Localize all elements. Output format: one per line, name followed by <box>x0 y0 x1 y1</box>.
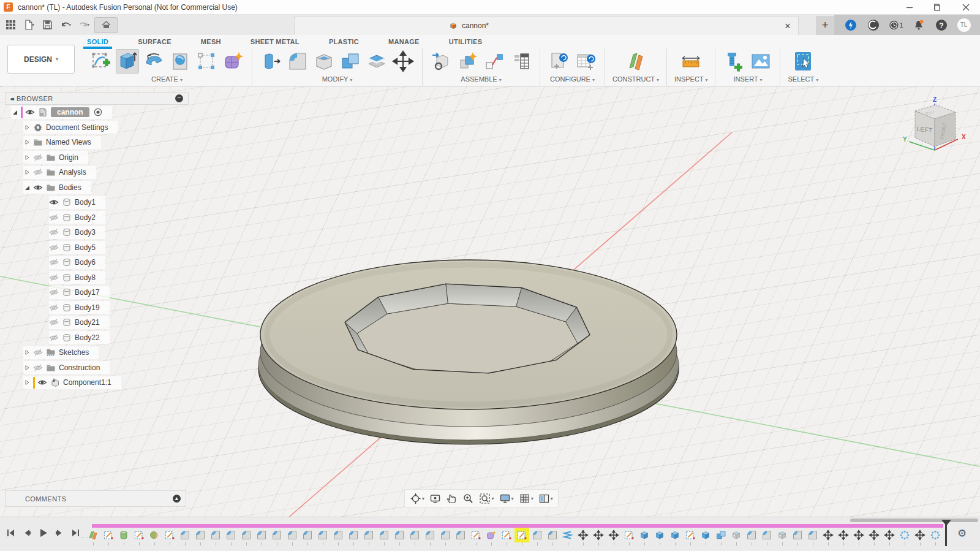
insert-derive-button[interactable] <box>430 49 453 74</box>
tree-row-body22[interactable]: Body22 <box>5 330 189 346</box>
ribbon-tab-mesh[interactable]: MESH <box>200 36 222 47</box>
timeline-feature-fillet-8[interactable] <box>210 530 221 541</box>
tree-row-named-views[interactable]: Named Views <box>5 135 189 150</box>
timeline-feature-fillet-29[interactable] <box>532 530 543 541</box>
timeline-feature-move-50[interactable] <box>853 530 864 541</box>
viewport[interactable]: LEFT FRONT TOP Z X Y ◂◂ BROWSER − cannon… <box>0 86 980 517</box>
tree-row-bodies[interactable]: Bodies <box>5 180 189 196</box>
timeline-feature-extrude-37[interactable] <box>654 530 665 541</box>
ribbon-tab-sheet-metal[interactable]: SHEET METAL <box>249 36 301 47</box>
timeline-feature-move-52[interactable] <box>884 530 895 541</box>
viewports-button[interactable]: ▾ <box>538 493 553 504</box>
timeline-feature-sketch-27[interactable] <box>501 530 512 541</box>
fillet-button[interactable] <box>286 49 309 74</box>
pattern-button[interactable] <box>195 49 218 74</box>
tree-row-cannon[interactable]: cannon <box>5 105 189 120</box>
close-button[interactable] <box>952 0 980 15</box>
timeline-feature-move-48[interactable] <box>823 530 834 541</box>
timeline-feature-fillet-16[interactable] <box>333 530 344 541</box>
create-form-button[interactable] <box>221 49 244 74</box>
ribbon-tab-utilities[interactable]: UTILITIES <box>448 36 484 47</box>
restore-button[interactable] <box>924 0 952 15</box>
timeline-feature-move-33[interactable] <box>593 530 604 541</box>
timeline-feature-form-26[interactable] <box>486 530 497 541</box>
avatar[interactable]: TL <box>957 18 971 32</box>
new-tab-button[interactable]: + <box>816 16 834 35</box>
select-tool-button[interactable] <box>791 49 815 74</box>
tab-close-icon[interactable]: ✕ <box>782 21 793 31</box>
tree-row-origin[interactable]: Origin <box>5 150 189 165</box>
timeline-feature-sketch-5[interactable] <box>164 530 175 541</box>
tree-row-body2[interactable]: Body2 <box>5 210 189 226</box>
timeline-feature-fillet-20[interactable] <box>394 530 405 541</box>
timeline-feature-fillet-46[interactable] <box>792 530 803 541</box>
combine-button[interactable] <box>339 49 362 74</box>
tree-row-body19[interactable]: Body19 <box>5 300 189 316</box>
timeline-feature-cylinder-2[interactable] <box>118 530 129 541</box>
timeline-feature-extrude-38[interactable] <box>669 530 680 541</box>
timeline-feature-fillet-44[interactable] <box>761 530 772 541</box>
disclosure-triangle[interactable] <box>23 379 31 386</box>
timeline-feature-sketch-28[interactable] <box>516 530 527 541</box>
disclosure-triangle[interactable] <box>23 184 31 191</box>
tree-row-body21[interactable]: Body21 <box>5 315 189 330</box>
visibility-toggle-icon[interactable] <box>49 213 59 222</box>
redo-button[interactable]: ▾ <box>76 17 92 33</box>
file-home-button[interactable] <box>94 17 118 33</box>
configure-design-button[interactable] <box>548 49 571 74</box>
tree-row-document-settings[interactable]: Document Settings <box>5 120 189 135</box>
extensions-button[interactable] <box>866 18 881 32</box>
timeline-feature-fillet-10[interactable] <box>241 530 252 541</box>
view-cube[interactable]: LEFT FRONT TOP Z X Y <box>899 94 973 167</box>
tree-row-body17[interactable]: Body17 <box>5 285 189 300</box>
display-settings-button[interactable]: ▾ <box>499 493 514 504</box>
visibility-toggle-icon[interactable] <box>49 227 59 237</box>
document-tab[interactable]: cannon* ✕ <box>294 16 799 35</box>
timeline-feature-move-34[interactable] <box>608 530 619 541</box>
disclosure-triangle[interactable] <box>23 169 31 176</box>
revolve-button[interactable] <box>142 49 165 74</box>
tree-row-body1[interactable]: Body1 <box>5 195 189 210</box>
new-component-button[interactable] <box>456 49 480 74</box>
timeline-feature-sketch-25[interactable] <box>470 530 481 541</box>
visibility-toggle-icon[interactable] <box>49 303 59 313</box>
timeline-settings-icon[interactable]: ⚙ <box>957 527 970 539</box>
tree-row-analysis[interactable]: Analysis <box>5 165 189 180</box>
tree-row-body8[interactable]: Body8 <box>5 270 189 286</box>
visibility-toggle-icon[interactable] <box>49 197 59 207</box>
group-label-modify[interactable]: MODIFY ▾ <box>322 75 353 83</box>
avatar-button[interactable]: TL <box>957 18 971 32</box>
history-button[interactable]: 1 <box>889 18 903 32</box>
visibility-toggle-icon[interactable] <box>33 153 43 162</box>
go-to-end-button[interactable] <box>70 528 80 541</box>
press-pull-button[interactable] <box>260 49 283 74</box>
help-button[interactable] <box>934 18 949 32</box>
group-label-select[interactable]: SELECT ▾ <box>788 75 818 83</box>
visibility-toggle-icon[interactable] <box>49 243 59 253</box>
minimize-button[interactable] <box>895 0 924 15</box>
zoom-button[interactable] <box>462 493 474 504</box>
activate-component-radio[interactable] <box>94 108 102 116</box>
timeline-feature-shellbox-42[interactable] <box>731 530 742 541</box>
insert-canvas-button[interactable] <box>749 49 772 74</box>
visibility-toggle-icon[interactable] <box>49 317 59 327</box>
go-to-start-button[interactable] <box>6 528 17 541</box>
bom-button[interactable] <box>509 49 532 74</box>
visibility-toggle-icon[interactable] <box>33 363 43 373</box>
shell-button[interactable] <box>312 49 336 74</box>
insert-fastener-button[interactable] <box>723 49 746 74</box>
timeline-feature-cpattern-53[interactable] <box>899 530 910 541</box>
offset-face-button[interactable] <box>365 49 388 74</box>
step-back-button[interactable] <box>22 528 32 541</box>
ribbon-tab-plastic[interactable]: PLASTIC <box>328 36 360 47</box>
create-sketch-button[interactable] <box>89 49 113 74</box>
visibility-toggle-icon[interactable] <box>37 378 47 387</box>
visibility-toggle-icon[interactable] <box>49 333 59 343</box>
disclosure-triangle[interactable] <box>23 139 31 146</box>
timeline-feature-sketch-3[interactable] <box>134 530 145 541</box>
disclosure-triangle[interactable] <box>23 364 31 371</box>
timeline-feature-fillet-13[interactable] <box>287 530 298 541</box>
move-copy-button[interactable] <box>391 49 415 74</box>
disclosure-triangle[interactable] <box>23 154 31 161</box>
timeline-feature-fillet-15[interactable] <box>317 530 328 541</box>
